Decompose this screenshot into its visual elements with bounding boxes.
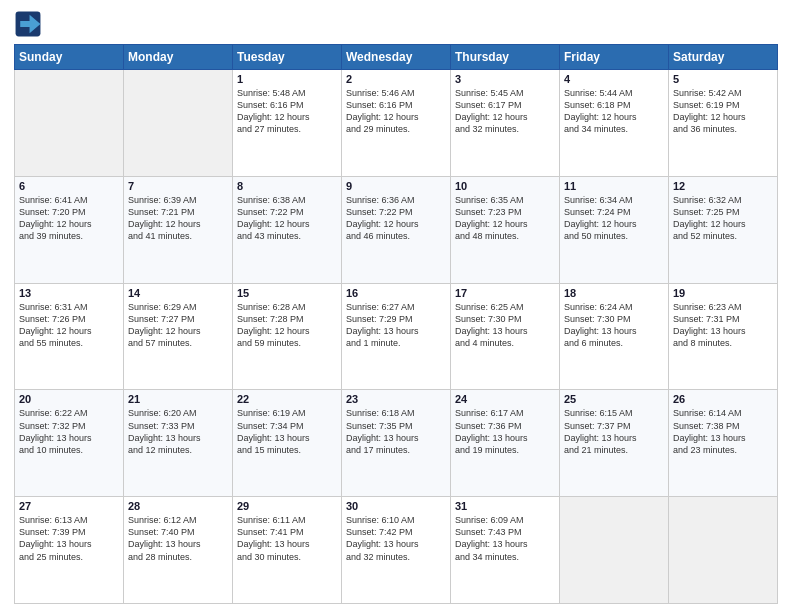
cell-info: Sunrise: 6:35 AM Sunset: 7:23 PM Dayligh… — [455, 194, 555, 243]
day-number: 27 — [19, 500, 119, 512]
day-number: 12 — [673, 180, 773, 192]
cell-info: Sunrise: 6:24 AM Sunset: 7:30 PM Dayligh… — [564, 301, 664, 350]
calendar-cell: 8Sunrise: 6:38 AM Sunset: 7:22 PM Daylig… — [233, 176, 342, 283]
calendar-cell: 25Sunrise: 6:15 AM Sunset: 7:37 PM Dayli… — [560, 390, 669, 497]
cell-info: Sunrise: 5:45 AM Sunset: 6:17 PM Dayligh… — [455, 87, 555, 136]
day-number: 18 — [564, 287, 664, 299]
cell-info: Sunrise: 6:25 AM Sunset: 7:30 PM Dayligh… — [455, 301, 555, 350]
calendar-header-row: SundayMondayTuesdayWednesdayThursdayFrid… — [15, 45, 778, 70]
cell-info: Sunrise: 6:29 AM Sunset: 7:27 PM Dayligh… — [128, 301, 228, 350]
day-number: 5 — [673, 73, 773, 85]
cell-info: Sunrise: 6:12 AM Sunset: 7:40 PM Dayligh… — [128, 514, 228, 563]
cell-info: Sunrise: 6:41 AM Sunset: 7:20 PM Dayligh… — [19, 194, 119, 243]
cell-info: Sunrise: 6:09 AM Sunset: 7:43 PM Dayligh… — [455, 514, 555, 563]
day-number: 29 — [237, 500, 337, 512]
calendar-header-monday: Monday — [124, 45, 233, 70]
calendar-cell: 28Sunrise: 6:12 AM Sunset: 7:40 PM Dayli… — [124, 497, 233, 604]
day-number: 9 — [346, 180, 446, 192]
calendar-cell — [124, 70, 233, 177]
day-number: 4 — [564, 73, 664, 85]
calendar-cell: 18Sunrise: 6:24 AM Sunset: 7:30 PM Dayli… — [560, 283, 669, 390]
calendar-header-sunday: Sunday — [15, 45, 124, 70]
cell-info: Sunrise: 6:20 AM Sunset: 7:33 PM Dayligh… — [128, 407, 228, 456]
page: SundayMondayTuesdayWednesdayThursdayFrid… — [0, 0, 792, 612]
calendar-cell: 6Sunrise: 6:41 AM Sunset: 7:20 PM Daylig… — [15, 176, 124, 283]
day-number: 3 — [455, 73, 555, 85]
cell-info: Sunrise: 6:14 AM Sunset: 7:38 PM Dayligh… — [673, 407, 773, 456]
calendar-cell: 13Sunrise: 6:31 AM Sunset: 7:26 PM Dayli… — [15, 283, 124, 390]
day-number: 14 — [128, 287, 228, 299]
calendar-cell: 27Sunrise: 6:13 AM Sunset: 7:39 PM Dayli… — [15, 497, 124, 604]
calendar-cell — [560, 497, 669, 604]
day-number: 15 — [237, 287, 337, 299]
cell-info: Sunrise: 6:17 AM Sunset: 7:36 PM Dayligh… — [455, 407, 555, 456]
cell-info: Sunrise: 6:28 AM Sunset: 7:28 PM Dayligh… — [237, 301, 337, 350]
calendar-week-row: 13Sunrise: 6:31 AM Sunset: 7:26 PM Dayli… — [15, 283, 778, 390]
calendar-cell: 20Sunrise: 6:22 AM Sunset: 7:32 PM Dayli… — [15, 390, 124, 497]
day-number: 28 — [128, 500, 228, 512]
cell-info: Sunrise: 6:18 AM Sunset: 7:35 PM Dayligh… — [346, 407, 446, 456]
day-number: 20 — [19, 393, 119, 405]
day-number: 22 — [237, 393, 337, 405]
day-number: 24 — [455, 393, 555, 405]
day-number: 8 — [237, 180, 337, 192]
day-number: 17 — [455, 287, 555, 299]
calendar-cell: 14Sunrise: 6:29 AM Sunset: 7:27 PM Dayli… — [124, 283, 233, 390]
cell-info: Sunrise: 5:44 AM Sunset: 6:18 PM Dayligh… — [564, 87, 664, 136]
day-number: 26 — [673, 393, 773, 405]
cell-info: Sunrise: 6:13 AM Sunset: 7:39 PM Dayligh… — [19, 514, 119, 563]
logo — [14, 10, 46, 38]
calendar-cell: 11Sunrise: 6:34 AM Sunset: 7:24 PM Dayli… — [560, 176, 669, 283]
logo-icon — [14, 10, 42, 38]
day-number: 7 — [128, 180, 228, 192]
calendar-header-thursday: Thursday — [451, 45, 560, 70]
day-number: 31 — [455, 500, 555, 512]
calendar-cell — [669, 497, 778, 604]
cell-info: Sunrise: 6:36 AM Sunset: 7:22 PM Dayligh… — [346, 194, 446, 243]
cell-info: Sunrise: 6:22 AM Sunset: 7:32 PM Dayligh… — [19, 407, 119, 456]
day-number: 25 — [564, 393, 664, 405]
day-number: 11 — [564, 180, 664, 192]
calendar-cell: 29Sunrise: 6:11 AM Sunset: 7:41 PM Dayli… — [233, 497, 342, 604]
day-number: 19 — [673, 287, 773, 299]
cell-info: Sunrise: 5:48 AM Sunset: 6:16 PM Dayligh… — [237, 87, 337, 136]
day-number: 10 — [455, 180, 555, 192]
calendar-cell: 16Sunrise: 6:27 AM Sunset: 7:29 PM Dayli… — [342, 283, 451, 390]
calendar-cell: 23Sunrise: 6:18 AM Sunset: 7:35 PM Dayli… — [342, 390, 451, 497]
day-number: 23 — [346, 393, 446, 405]
calendar-cell: 9Sunrise: 6:36 AM Sunset: 7:22 PM Daylig… — [342, 176, 451, 283]
calendar-cell: 22Sunrise: 6:19 AM Sunset: 7:34 PM Dayli… — [233, 390, 342, 497]
calendar-table: SundayMondayTuesdayWednesdayThursdayFrid… — [14, 44, 778, 604]
cell-info: Sunrise: 6:32 AM Sunset: 7:25 PM Dayligh… — [673, 194, 773, 243]
cell-info: Sunrise: 6:39 AM Sunset: 7:21 PM Dayligh… — [128, 194, 228, 243]
cell-info: Sunrise: 6:38 AM Sunset: 7:22 PM Dayligh… — [237, 194, 337, 243]
cell-info: Sunrise: 6:10 AM Sunset: 7:42 PM Dayligh… — [346, 514, 446, 563]
day-number: 1 — [237, 73, 337, 85]
calendar-header-tuesday: Tuesday — [233, 45, 342, 70]
cell-info: Sunrise: 5:46 AM Sunset: 6:16 PM Dayligh… — [346, 87, 446, 136]
calendar-cell: 15Sunrise: 6:28 AM Sunset: 7:28 PM Dayli… — [233, 283, 342, 390]
day-number: 13 — [19, 287, 119, 299]
calendar-week-row: 27Sunrise: 6:13 AM Sunset: 7:39 PM Dayli… — [15, 497, 778, 604]
cell-info: Sunrise: 6:19 AM Sunset: 7:34 PM Dayligh… — [237, 407, 337, 456]
cell-info: Sunrise: 6:11 AM Sunset: 7:41 PM Dayligh… — [237, 514, 337, 563]
cell-info: Sunrise: 5:42 AM Sunset: 6:19 PM Dayligh… — [673, 87, 773, 136]
calendar-header-wednesday: Wednesday — [342, 45, 451, 70]
calendar-cell: 10Sunrise: 6:35 AM Sunset: 7:23 PM Dayli… — [451, 176, 560, 283]
calendar-cell: 4Sunrise: 5:44 AM Sunset: 6:18 PM Daylig… — [560, 70, 669, 177]
calendar-cell: 19Sunrise: 6:23 AM Sunset: 7:31 PM Dayli… — [669, 283, 778, 390]
day-number: 16 — [346, 287, 446, 299]
calendar-week-row: 1Sunrise: 5:48 AM Sunset: 6:16 PM Daylig… — [15, 70, 778, 177]
calendar-header-saturday: Saturday — [669, 45, 778, 70]
cell-info: Sunrise: 6:31 AM Sunset: 7:26 PM Dayligh… — [19, 301, 119, 350]
calendar-cell: 3Sunrise: 5:45 AM Sunset: 6:17 PM Daylig… — [451, 70, 560, 177]
calendar-cell: 17Sunrise: 6:25 AM Sunset: 7:30 PM Dayli… — [451, 283, 560, 390]
calendar-cell: 31Sunrise: 6:09 AM Sunset: 7:43 PM Dayli… — [451, 497, 560, 604]
cell-info: Sunrise: 6:34 AM Sunset: 7:24 PM Dayligh… — [564, 194, 664, 243]
calendar-cell: 7Sunrise: 6:39 AM Sunset: 7:21 PM Daylig… — [124, 176, 233, 283]
cell-info: Sunrise: 6:27 AM Sunset: 7:29 PM Dayligh… — [346, 301, 446, 350]
day-number: 2 — [346, 73, 446, 85]
calendar-cell: 2Sunrise: 5:46 AM Sunset: 6:16 PM Daylig… — [342, 70, 451, 177]
calendar-header-friday: Friday — [560, 45, 669, 70]
calendar-cell: 1Sunrise: 5:48 AM Sunset: 6:16 PM Daylig… — [233, 70, 342, 177]
